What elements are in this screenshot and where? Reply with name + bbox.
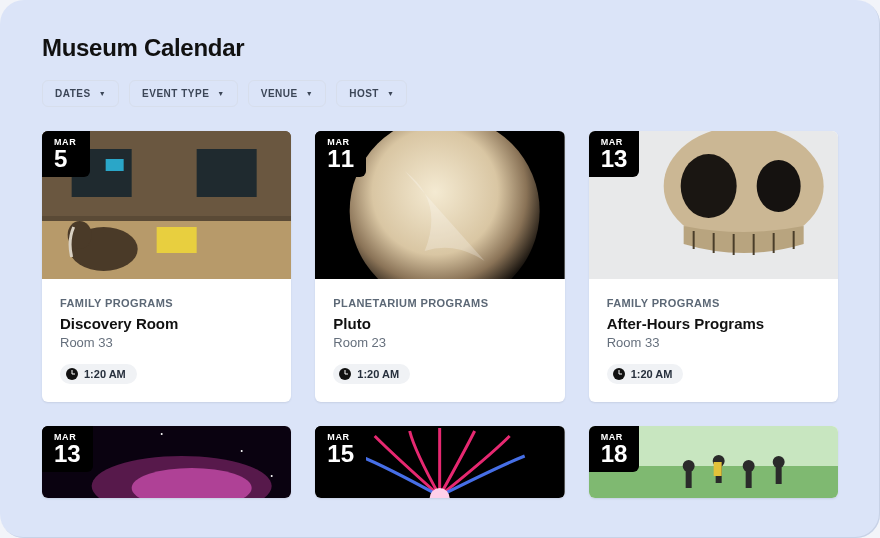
chevron-down-icon: ▼ bbox=[99, 90, 106, 97]
date-day: 13 bbox=[601, 147, 628, 171]
svg-point-25 bbox=[271, 475, 273, 477]
clock-icon bbox=[339, 368, 351, 380]
filter-label: VENUE bbox=[261, 88, 298, 99]
event-title: After-Hours Programs bbox=[607, 315, 820, 332]
page-title: Museum Calendar bbox=[42, 34, 838, 62]
event-grid: MAR 5 FAMILY PROGRAMS Discovery Room Roo… bbox=[42, 131, 838, 498]
event-card[interactable]: MAR 18 bbox=[589, 426, 838, 498]
filter-bar: DATES ▼ EVENT TYPE ▼ VENUE ▼ HOST ▼ bbox=[42, 80, 838, 107]
event-card[interactable]: MAR 5 FAMILY PROGRAMS Discovery Room Roo… bbox=[42, 131, 291, 402]
event-card[interactable]: MAR 13 bbox=[42, 426, 291, 498]
event-card[interactable]: MAR 13 FAMILY PROGRAMS After-Hours Progr… bbox=[589, 131, 838, 402]
svg-point-10 bbox=[350, 131, 540, 279]
event-room: Room 23 bbox=[333, 335, 546, 350]
event-room: Room 33 bbox=[60, 335, 273, 350]
event-image: MAR 15 bbox=[315, 426, 564, 498]
filter-host[interactable]: HOST ▼ bbox=[336, 80, 407, 107]
event-room: Room 33 bbox=[607, 335, 820, 350]
date-badge: MAR 13 bbox=[42, 426, 93, 472]
svg-point-23 bbox=[241, 450, 243, 452]
date-day: 13 bbox=[54, 442, 81, 466]
svg-rect-3 bbox=[197, 149, 257, 197]
date-badge: MAR 13 bbox=[589, 131, 640, 177]
event-time-chip[interactable]: 1:20 AM bbox=[333, 364, 410, 384]
date-day: 18 bbox=[601, 442, 628, 466]
event-image: MAR 18 bbox=[589, 426, 838, 498]
svg-rect-39 bbox=[745, 470, 751, 488]
svg-rect-41 bbox=[775, 466, 781, 484]
event-time: 1:20 AM bbox=[631, 368, 673, 380]
event-card-body: FAMILY PROGRAMS After-Hours Programs Roo… bbox=[589, 279, 838, 402]
event-image: MAR 13 bbox=[589, 131, 838, 279]
date-day: 5 bbox=[54, 147, 78, 171]
event-category: FAMILY PROGRAMS bbox=[607, 297, 820, 309]
event-image: MAR 13 bbox=[42, 426, 291, 498]
svg-point-24 bbox=[161, 433, 163, 435]
event-time-chip[interactable]: 1:20 AM bbox=[607, 364, 684, 384]
svg-point-13 bbox=[680, 154, 736, 218]
event-card-body: PLANETARIUM PROGRAMS Pluto Room 23 1:20 … bbox=[315, 279, 564, 402]
filter-dates[interactable]: DATES ▼ bbox=[42, 80, 119, 107]
filter-label: HOST bbox=[349, 88, 379, 99]
event-card[interactable]: MAR 15 bbox=[315, 426, 564, 498]
chevron-down-icon: ▼ bbox=[387, 90, 394, 97]
event-card[interactable]: MAR 11 PLANETARIUM PROGRAMS Pluto Room 2… bbox=[315, 131, 564, 402]
date-badge: MAR 18 bbox=[589, 426, 640, 472]
event-title: Pluto bbox=[333, 315, 546, 332]
event-category: PLANETARIUM PROGRAMS bbox=[333, 297, 546, 309]
event-time-chip[interactable]: 1:20 AM bbox=[60, 364, 137, 384]
event-time: 1:20 AM bbox=[357, 368, 399, 380]
filter-venue[interactable]: VENUE ▼ bbox=[248, 80, 326, 107]
clock-icon bbox=[613, 368, 625, 380]
event-category: FAMILY PROGRAMS bbox=[60, 297, 273, 309]
event-title: Discovery Room bbox=[60, 315, 273, 332]
date-badge: MAR 5 bbox=[42, 131, 90, 177]
date-badge: MAR 11 bbox=[315, 131, 366, 177]
date-day: 11 bbox=[327, 147, 354, 171]
chevron-down-icon: ▼ bbox=[306, 90, 313, 97]
svg-point-14 bbox=[756, 160, 800, 212]
svg-rect-35 bbox=[685, 470, 691, 488]
filter-event-type[interactable]: EVENT TYPE ▼ bbox=[129, 80, 238, 107]
date-badge: MAR 15 bbox=[315, 426, 366, 472]
filter-label: DATES bbox=[55, 88, 91, 99]
event-image: MAR 11 bbox=[315, 131, 564, 279]
svg-rect-42 bbox=[713, 462, 721, 476]
chevron-down-icon: ▼ bbox=[217, 90, 224, 97]
date-day: 15 bbox=[327, 442, 354, 466]
event-image: MAR 5 bbox=[42, 131, 291, 279]
svg-rect-4 bbox=[106, 159, 124, 171]
calendar-page: Museum Calendar DATES ▼ EVENT TYPE ▼ VEN… bbox=[0, 0, 880, 538]
event-time: 1:20 AM bbox=[84, 368, 126, 380]
svg-rect-6 bbox=[157, 227, 197, 253]
clock-icon bbox=[66, 368, 78, 380]
filter-label: EVENT TYPE bbox=[142, 88, 209, 99]
event-card-body: FAMILY PROGRAMS Discovery Room Room 33 1… bbox=[42, 279, 291, 402]
